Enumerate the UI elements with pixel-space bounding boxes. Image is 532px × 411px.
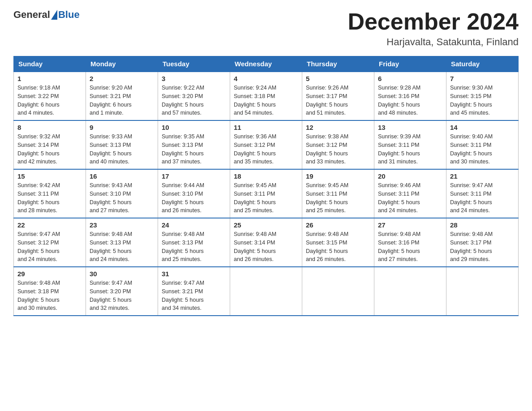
day-number: 23 bbox=[90, 221, 154, 229]
day-number: 6 bbox=[378, 75, 442, 82]
day-number: 13 bbox=[378, 124, 442, 131]
calendar-cell: 19Sunrise: 9:45 AMSunset: 3:11 PMDayligh… bbox=[302, 169, 374, 218]
calendar-cell: 11Sunrise: 9:36 AMSunset: 3:12 PMDayligh… bbox=[230, 120, 302, 169]
calendar-cell: 5Sunrise: 9:26 AMSunset: 3:17 PMDaylight… bbox=[302, 72, 374, 120]
day-info: Sunrise: 9:33 AMSunset: 3:13 PMDaylight:… bbox=[90, 133, 154, 166]
col-friday: Friday bbox=[374, 56, 446, 72]
calendar-cell: 6Sunrise: 9:28 AMSunset: 3:16 PMDaylight… bbox=[374, 72, 446, 120]
day-info: Sunrise: 9:38 AMSunset: 3:12 PMDaylight:… bbox=[306, 133, 370, 166]
day-info: Sunrise: 9:48 AMSunset: 3:13 PMDaylight:… bbox=[162, 230, 226, 264]
calendar-cell: 3Sunrise: 9:22 AMSunset: 3:20 PMDaylight… bbox=[158, 72, 230, 120]
day-number: 16 bbox=[90, 172, 154, 180]
calendar-cell: 4Sunrise: 9:24 AMSunset: 3:18 PMDaylight… bbox=[230, 72, 302, 120]
calendar-week-row: 1Sunrise: 9:18 AMSunset: 3:22 PMDaylight… bbox=[14, 72, 519, 120]
col-thursday: Thursday bbox=[302, 56, 374, 72]
calendar-week-row: 15Sunrise: 9:42 AMSunset: 3:11 PMDayligh… bbox=[14, 169, 519, 218]
day-number: 7 bbox=[450, 75, 515, 82]
logo-general-text: General bbox=[13, 9, 50, 21]
logo-blue-text: Blue bbox=[58, 9, 80, 21]
day-number: 2 bbox=[90, 75, 154, 82]
day-info: Sunrise: 9:35 AMSunset: 3:13 PMDaylight:… bbox=[162, 133, 226, 166]
day-number: 27 bbox=[378, 221, 442, 229]
calendar-week-row: 22Sunrise: 9:47 AMSunset: 3:12 PMDayligh… bbox=[14, 218, 519, 267]
day-number: 8 bbox=[17, 124, 82, 131]
calendar-cell: 28Sunrise: 9:48 AMSunset: 3:17 PMDayligh… bbox=[446, 218, 519, 267]
day-info: Sunrise: 9:47 AMSunset: 3:20 PMDaylight:… bbox=[90, 279, 154, 313]
calendar-cell: 7Sunrise: 9:30 AMSunset: 3:15 PMDaylight… bbox=[446, 72, 519, 120]
day-info: Sunrise: 9:48 AMSunset: 3:13 PMDaylight:… bbox=[90, 230, 154, 264]
logo-triangle-icon bbox=[51, 10, 57, 20]
calendar-cell: 20Sunrise: 9:46 AMSunset: 3:11 PMDayligh… bbox=[374, 169, 446, 218]
day-number: 3 bbox=[162, 75, 226, 82]
day-number: 12 bbox=[306, 124, 370, 131]
calendar-cell: 30Sunrise: 9:47 AMSunset: 3:20 PMDayligh… bbox=[86, 267, 158, 316]
day-info: Sunrise: 9:48 AMSunset: 3:17 PMDaylight:… bbox=[450, 230, 515, 264]
day-number: 24 bbox=[162, 221, 226, 229]
col-monday: Monday bbox=[86, 56, 158, 72]
calendar-cell: 22Sunrise: 9:47 AMSunset: 3:12 PMDayligh… bbox=[14, 218, 86, 267]
day-number: 4 bbox=[234, 75, 298, 82]
title-block: December 2024 Harjavalta, Satakunta, Fin… bbox=[348, 9, 519, 48]
day-info: Sunrise: 9:47 AMSunset: 3:21 PMDaylight:… bbox=[162, 279, 226, 313]
day-number: 15 bbox=[17, 172, 82, 180]
calendar-cell: 16Sunrise: 9:43 AMSunset: 3:10 PMDayligh… bbox=[86, 169, 158, 218]
calendar-cell: 2Sunrise: 9:20 AMSunset: 3:21 PMDaylight… bbox=[86, 72, 158, 120]
day-info: Sunrise: 9:45 AMSunset: 3:11 PMDaylight:… bbox=[306, 181, 370, 215]
day-info: Sunrise: 9:36 AMSunset: 3:12 PMDaylight:… bbox=[234, 133, 298, 166]
day-number: 21 bbox=[450, 172, 515, 180]
day-info: Sunrise: 9:48 AMSunset: 3:15 PMDaylight:… bbox=[306, 230, 370, 264]
day-number: 31 bbox=[162, 270, 226, 278]
month-title: December 2024 bbox=[348, 9, 519, 34]
day-info: Sunrise: 9:24 AMSunset: 3:18 PMDaylight:… bbox=[234, 84, 298, 117]
calendar-cell: 26Sunrise: 9:48 AMSunset: 3:15 PMDayligh… bbox=[302, 218, 374, 267]
logo: General Blue bbox=[13, 9, 80, 21]
day-number: 1 bbox=[17, 75, 82, 82]
day-info: Sunrise: 9:40 AMSunset: 3:11 PMDaylight:… bbox=[450, 133, 515, 166]
calendar-cell: 29Sunrise: 9:48 AMSunset: 3:18 PMDayligh… bbox=[14, 267, 86, 316]
calendar-cell bbox=[374, 267, 446, 316]
calendar-cell: 14Sunrise: 9:40 AMSunset: 3:11 PMDayligh… bbox=[446, 120, 519, 169]
day-info: Sunrise: 9:46 AMSunset: 3:11 PMDaylight:… bbox=[378, 181, 442, 215]
calendar-cell: 31Sunrise: 9:47 AMSunset: 3:21 PMDayligh… bbox=[158, 267, 230, 316]
calendar-cell: 23Sunrise: 9:48 AMSunset: 3:13 PMDayligh… bbox=[86, 218, 158, 267]
day-number: 29 bbox=[17, 270, 82, 278]
day-number: 5 bbox=[306, 75, 370, 82]
page-header: General Blue December 2024 Harjavalta, S… bbox=[13, 9, 519, 48]
calendar-cell bbox=[446, 267, 519, 316]
calendar-week-row: 29Sunrise: 9:48 AMSunset: 3:18 PMDayligh… bbox=[14, 267, 519, 316]
day-info: Sunrise: 9:39 AMSunset: 3:11 PMDaylight:… bbox=[378, 133, 442, 166]
calendar-cell: 18Sunrise: 9:45 AMSunset: 3:11 PMDayligh… bbox=[230, 169, 302, 218]
day-info: Sunrise: 9:32 AMSunset: 3:14 PMDaylight:… bbox=[17, 133, 82, 166]
day-number: 30 bbox=[90, 270, 154, 278]
calendar-cell: 9Sunrise: 9:33 AMSunset: 3:13 PMDaylight… bbox=[86, 120, 158, 169]
day-info: Sunrise: 9:48 AMSunset: 3:18 PMDaylight:… bbox=[17, 279, 82, 313]
calendar-week-row: 8Sunrise: 9:32 AMSunset: 3:14 PMDaylight… bbox=[14, 120, 519, 169]
calendar-cell: 25Sunrise: 9:48 AMSunset: 3:14 PMDayligh… bbox=[230, 218, 302, 267]
calendar-cell: 17Sunrise: 9:44 AMSunset: 3:10 PMDayligh… bbox=[158, 169, 230, 218]
day-info: Sunrise: 9:47 AMSunset: 3:11 PMDaylight:… bbox=[450, 181, 515, 215]
calendar-cell: 15Sunrise: 9:42 AMSunset: 3:11 PMDayligh… bbox=[14, 169, 86, 218]
day-number: 18 bbox=[234, 172, 298, 180]
col-wednesday: Wednesday bbox=[230, 56, 302, 72]
day-info: Sunrise: 9:48 AMSunset: 3:14 PMDaylight:… bbox=[234, 230, 298, 264]
day-number: 20 bbox=[378, 172, 442, 180]
calendar-table: Sunday Monday Tuesday Wednesday Thursday… bbox=[13, 56, 519, 316]
day-number: 17 bbox=[162, 172, 226, 180]
day-number: 26 bbox=[306, 221, 370, 229]
calendar-cell: 1Sunrise: 9:18 AMSunset: 3:22 PMDaylight… bbox=[14, 72, 86, 120]
day-info: Sunrise: 9:20 AMSunset: 3:21 PMDaylight:… bbox=[90, 84, 154, 117]
day-number: 10 bbox=[162, 124, 226, 131]
day-number: 28 bbox=[450, 221, 515, 229]
calendar-cell: 10Sunrise: 9:35 AMSunset: 3:13 PMDayligh… bbox=[158, 120, 230, 169]
col-tuesday: Tuesday bbox=[158, 56, 230, 72]
day-info: Sunrise: 9:48 AMSunset: 3:16 PMDaylight:… bbox=[378, 230, 442, 264]
day-info: Sunrise: 9:18 AMSunset: 3:22 PMDaylight:… bbox=[17, 84, 82, 117]
day-info: Sunrise: 9:42 AMSunset: 3:11 PMDaylight:… bbox=[17, 181, 82, 215]
day-number: 19 bbox=[306, 172, 370, 180]
calendar-cell bbox=[230, 267, 302, 316]
day-info: Sunrise: 9:26 AMSunset: 3:17 PMDaylight:… bbox=[306, 84, 370, 117]
day-number: 25 bbox=[234, 221, 298, 229]
day-info: Sunrise: 9:28 AMSunset: 3:16 PMDaylight:… bbox=[378, 84, 442, 117]
calendar-cell: 12Sunrise: 9:38 AMSunset: 3:12 PMDayligh… bbox=[302, 120, 374, 169]
day-info: Sunrise: 9:47 AMSunset: 3:12 PMDaylight:… bbox=[17, 230, 82, 264]
